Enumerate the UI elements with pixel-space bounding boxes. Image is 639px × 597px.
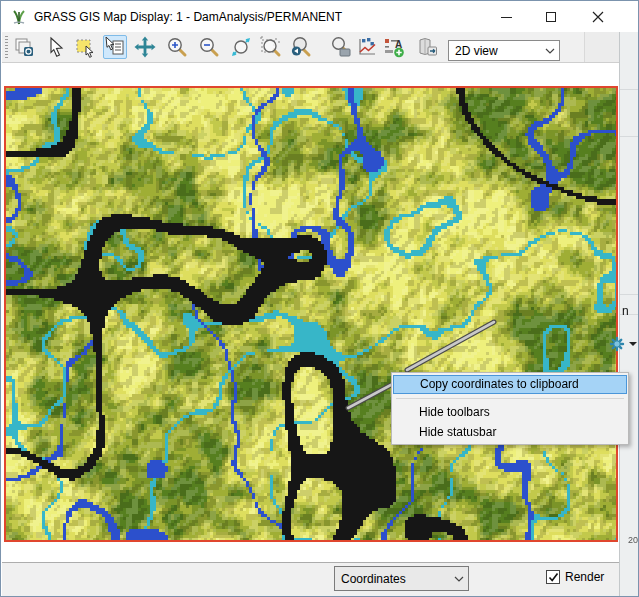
menu-separator [396, 398, 624, 399]
maximize-button[interactable] [534, 2, 568, 32]
save-display-button[interactable] [415, 35, 439, 59]
toolbar-grip[interactable] [5, 36, 8, 59]
pointer-icon [45, 36, 67, 58]
zoom-to-extent-icon [230, 36, 252, 58]
save-display-icon [416, 36, 438, 58]
map-display-window: GRASS GIS Map Display: 1 - DamAnalysis/P… [0, 0, 639, 597]
divider-line [620, 294, 639, 295]
menu-item-copy-coordinates[interactable]: Copy coordinates to clipboard [393, 375, 627, 394]
zoom-to-region-button[interactable] [259, 35, 283, 59]
gear-icon [609, 336, 625, 352]
clipped-text-bottom: 20 [628, 535, 638, 545]
computational-region-frame [4, 86, 618, 542]
query-button[interactable] [103, 35, 127, 59]
select-features-button[interactable] [73, 35, 97, 59]
render-display-button[interactable] [12, 35, 36, 59]
statusbar: Coordinates Render [2, 562, 619, 597]
map-canvas-margin [3, 63, 619, 561]
zoom-options-button[interactable] [329, 35, 353, 59]
render-display-icon [13, 36, 35, 58]
zoom-options-icon [330, 36, 352, 58]
pan-button[interactable] [133, 35, 157, 59]
background-window-strip: n 20 [619, 32, 639, 597]
menu-item-hide-toolbars[interactable]: Hide toolbars [393, 403, 627, 422]
divider-line [620, 89, 639, 90]
zoom-to-region-icon [260, 36, 282, 58]
minimize-button[interactable] [489, 2, 523, 32]
render-checkbox[interactable] [546, 570, 560, 584]
analyze-map-button[interactable] [355, 35, 379, 59]
zoom-to-extent-button[interactable] [229, 35, 253, 59]
titlebar[interactable]: GRASS GIS Map Display: 1 - DamAnalysis/P… [2, 2, 619, 32]
pointer-button[interactable] [44, 35, 68, 59]
maximize-icon [546, 12, 556, 22]
previous-zoom-button[interactable] [289, 35, 313, 59]
divider-line [620, 136, 639, 137]
previous-zoom-icon [290, 36, 312, 58]
chevron-down-icon [541, 48, 559, 54]
select-features-icon [74, 36, 96, 58]
analyze-map-icon [356, 36, 378, 58]
toolbar-filler [584, 32, 619, 62]
zoom-out-icon [198, 36, 220, 58]
close-icon [592, 11, 604, 23]
statusbar-mode-combobox[interactable]: Coordinates [334, 566, 469, 591]
view-mode-combobox[interactable]: 2D view [448, 40, 560, 61]
grass-gis-icon [10, 8, 28, 26]
zoom-out-button[interactable] [197, 35, 221, 59]
map-raster-view[interactable] [6, 88, 616, 540]
menu-item-hide-statusbar[interactable]: Hide statusbar [393, 423, 627, 442]
clipped-text: n [622, 304, 629, 318]
dropdown-caret-icon [629, 342, 637, 346]
add-map-elements-icon: A [383, 36, 405, 58]
zoom-in-button[interactable] [165, 35, 189, 59]
map-toolbar: A 2D view [2, 32, 619, 63]
context-menu: Copy coordinates to clipboard Hide toolb… [391, 372, 629, 445]
chevron-down-icon [450, 576, 468, 582]
zoom-in-icon [166, 36, 188, 58]
minimize-icon [501, 17, 512, 18]
window-title: GRASS GIS Map Display: 1 - DamAnalysis/P… [34, 2, 342, 32]
view-mode-value: 2D view [449, 44, 541, 58]
check-icon [548, 572, 559, 583]
pan-icon [134, 36, 156, 58]
query-icon [104, 36, 126, 58]
statusbar-mode-value: Coordinates [335, 572, 450, 586]
layer-options-button[interactable] [609, 335, 639, 353]
add-map-elements-button[interactable]: A [382, 35, 406, 59]
render-checkbox-label: Render [565, 563, 604, 592]
close-button[interactable] [581, 2, 615, 32]
